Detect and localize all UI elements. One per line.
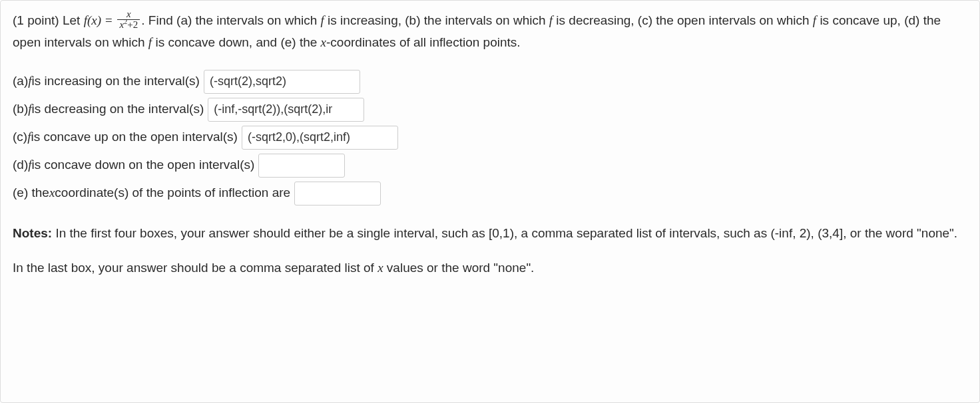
part-e-prefix: (e) the [13,182,49,203]
intro-seg-c: is decreasing, (c) the open intervals on… [553,13,813,27]
fraction-numerator: x [126,9,131,19]
fraction: x x2+2 [117,9,140,31]
notes-line-2: In the last box, your answer should be a… [13,257,967,279]
notes-pre-2: In the last box, your answer should be a… [13,261,377,275]
part-b-prefix: (b) [13,98,28,120]
part-c-prefix: (c) [13,126,27,148]
part-b-label: is decreasing on the interval(s) [32,98,204,120]
problem-statement: (1 point) Let f(x) = x x2+2 . Find (a) t… [13,10,967,54]
notes-bold: Notes: [13,226,52,240]
intro-seg-e: is concave down, and (e) the [152,35,320,49]
intro-seg-f: -coordinates of all inflection points. [326,35,521,49]
part-a-input[interactable] [204,70,360,94]
part-a-row: (a) f is increasing on the interval(s) [13,70,967,94]
part-d-input[interactable] [258,154,345,178]
intro-seg-a: . Find (a) the intervals on which [141,13,320,27]
notes-post-2: values or the word "none". [383,261,535,275]
part-e-row: (e) the x coordinate(s) of the points of… [13,182,967,205]
part-c-row: (c) f is concave up on the open interval… [13,126,967,150]
math-f-of-x: f(x) = [84,13,117,27]
part-a-label: is increasing on the interval(s) [32,70,200,92]
part-c-label: is concave up on the open interval(s) [31,126,238,148]
part-b-input[interactable] [208,98,364,122]
problem-container: (1 point) Let f(x) = x x2+2 . Find (a) t… [0,0,980,403]
notes-rest-1: In the first four boxes, your answer sho… [52,226,957,240]
notes-line-1: Notes: In the first four boxes, your ans… [13,223,967,244]
part-e-input[interactable] [294,182,381,205]
part-d-row: (d) f is concave down on the open interv… [13,154,967,178]
math-x-coord: x [321,35,326,49]
part-b-row: (b) f is decreasing on the interval(s) [13,98,967,122]
part-e-label: coordinate(s) of the points of inflectio… [55,182,290,203]
notes-x: x [377,261,383,275]
part-c-input[interactable] [242,126,398,150]
points-label: (1 point) Let [13,13,84,27]
part-e-x: x [49,182,55,203]
notes-section: Notes: In the first four boxes, your ans… [13,223,967,279]
part-d-label: is concave down on the open interval(s) [32,154,255,176]
intro-seg-b: is increasing, (b) the intervals on whic… [324,13,549,27]
fraction-denominator-const: +2 [127,19,138,30]
part-a-prefix: (a) [13,70,28,92]
part-d-prefix: (d) [13,154,28,176]
